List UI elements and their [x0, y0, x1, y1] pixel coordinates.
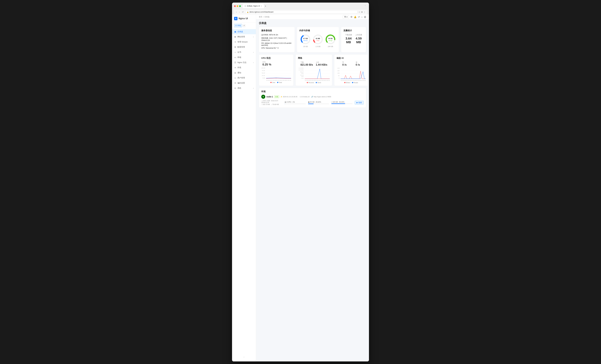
- download-value: 3.64 MB: [343, 37, 354, 44]
- cpu-user-dot: [270, 82, 271, 83]
- traffic-light-green[interactable]: [239, 5, 241, 7]
- env-icon: ≡: [234, 66, 236, 69]
- net-y-axis: 1.34 MB/s1.00 MB/s684.57 KB/s342.28 KB/s…: [298, 68, 304, 79]
- traffic-card: 流量统计 下载流量 3.64 MB 上传流量 4.59 MB: [341, 27, 366, 52]
- network-card: 网络 下载 821.00 B/s 上传 1.44 KB/s: [296, 54, 332, 86]
- memory-gauge-svg: 6.7 GB Memory: [300, 34, 311, 45]
- stream-icon: ≡: [234, 41, 236, 43]
- download-item: 下载流量 3.64 MB: [343, 34, 354, 44]
- node-logo: N: [261, 95, 265, 99]
- swap-gauge-svg: 81 MB Swap: [312, 34, 324, 45]
- tab-title: 仪表盘 | Nginx UI: [247, 5, 260, 7]
- page-header: 首页 / 仪表盘 简 ▾ ⚙ 🔔 ↺ ⌂ ⏻: [256, 15, 369, 20]
- gauge-row: 6.7 GB Memory 25 GB 81 MB: [299, 34, 337, 47]
- breadcrumb: 首页 / 仪表盘: [259, 15, 270, 19]
- sidebar-item-terminal[interactable]: ▭ 终端: [232, 55, 256, 60]
- disk-title: 磁盘 IO: [337, 57, 366, 60]
- address-bar[interactable]: 🔒 demo.nginxui.com/#/dashboard: [245, 10, 357, 14]
- arrow-icon: ∨: [253, 62, 254, 63]
- network-chart-container: 1.34 MB/s1.00 MB/s684.57 KB/s342.28 KB/s…: [298, 68, 330, 81]
- cpu-row: CPU: Neoverse-N1 * 4: [261, 47, 292, 49]
- sidebar-item-website[interactable]: ⊞ 网站管理 ∨: [232, 34, 256, 39]
- sidebar-item-users[interactable]: ☺ 用户管理: [232, 75, 256, 81]
- cpu-chart-svg: [266, 67, 291, 79]
- users-icon: ☺: [234, 77, 236, 79]
- cpu-title: CPU 状态: [261, 57, 291, 60]
- node-storage-label: ▪104 GB · 65.63%: [331, 101, 352, 103]
- svg-text:Memory: Memory: [303, 40, 308, 41]
- traffic-light-yellow[interactable]: [237, 5, 238, 7]
- node-status-badge: 在线: [274, 95, 279, 98]
- cpu-progress-bar: [285, 103, 306, 104]
- traffic-light-red[interactable]: [234, 5, 236, 7]
- disk-y-axis: 218164109550: [337, 68, 340, 79]
- browser-tab[interactable]: ⬡ 仪表盘 | Nginx UI ✕: [243, 4, 264, 8]
- lang-btn[interactable]: 简 ▾: [343, 15, 349, 19]
- system-icon: ⊙: [234, 87, 236, 89]
- send-dot: [316, 82, 317, 83]
- link-icon: ▶: [357, 101, 358, 103]
- sidebar-item-system[interactable]: ⊙ 系统 ∨: [232, 86, 256, 91]
- bell-icon[interactable]: 🔔: [354, 16, 357, 18]
- disk-read: 读 0 /s: [356, 61, 360, 66]
- sidebar-collapse-btn[interactable]: ‹: [244, 356, 244, 358]
- env-node-row: N node-1 在线 ⚡2024-01-15 23:30:35 ↑2.0.0-…: [261, 95, 364, 105]
- network-title: 网络: [298, 57, 330, 60]
- sidebar-item-nginx-log[interactable]: ☷ Nginx 日志 ∨: [232, 60, 256, 65]
- env-section-title: 环境: [261, 90, 364, 93]
- node-cpu-stat: ▤4 CPU · 1%: [285, 101, 306, 104]
- forward-btn[interactable]: ›: [239, 10, 240, 13]
- node-meta-row: ⚡2024-01-15 23:30:35 ↑2.0.0-beta.10 🔗htt…: [280, 96, 331, 98]
- reload-btn[interactable]: ↺: [241, 10, 244, 13]
- back-btn[interactable]: ‹: [235, 10, 237, 13]
- tab-close-btn[interactable]: ✕: [261, 5, 262, 7]
- new-tab-btn[interactable]: +: [265, 5, 266, 7]
- menu-btn[interactable]: ⋮: [364, 11, 366, 13]
- node-name: node-1: [266, 96, 273, 98]
- node-detail-row: ↑ 1min: 0.08 · 5min:0.07 · 15min:0.24 ↑ …: [261, 100, 364, 105]
- download-label: 下载流量: [343, 34, 354, 36]
- terminal-icon: ▭: [234, 56, 236, 59]
- sidebar-item-dashboard[interactable]: ▦ 仪表盘: [232, 29, 256, 34]
- main-content: 首页 / 仪表盘 简 ▾ ⚙ 🔔 ↺ ⌂ ⏻ 仪表盘: [256, 15, 369, 361]
- sidebar-item-config[interactable]: ☰ 配置管理: [232, 44, 256, 50]
- cpu-chart-container: 100.0075.0050.0025.000.00: [261, 67, 291, 81]
- breadcrumb-sep: /: [263, 16, 264, 18]
- env-btn[interactable]: ☰ 本地: [234, 24, 242, 27]
- breadcrumb-current: 仪表盘: [264, 16, 270, 18]
- node-cpu-label: ▤4 CPU · 1%: [285, 101, 306, 103]
- refresh-icon[interactable]: ↺: [358, 16, 360, 18]
- sidebar-item-stream[interactable]: ≡ 管理 Stream: [232, 39, 256, 44]
- writes-dot: [344, 82, 345, 83]
- node-memory-label: ▦25 GB · 26.62%: [308, 101, 329, 103]
- header-actions: 简 ▾ ⚙ 🔔 ↺ ⌂ ⏻: [343, 15, 366, 19]
- upload-label: 上传流量: [354, 34, 364, 36]
- logout-icon[interactable]: ⏻: [364, 16, 366, 18]
- node-link-btn[interactable]: ▶ 链接: [355, 101, 364, 105]
- breadcrumb-home[interactable]: 首页: [259, 16, 262, 18]
- os-row: OS: debian 12.4 (linux 5.10.0-15-arm64 a…: [261, 42, 292, 46]
- home-icon[interactable]: ⌂: [361, 16, 362, 18]
- storage-progress-bar: [331, 103, 352, 104]
- bookmark-btn[interactable]: ☆: [359, 11, 360, 13]
- net-x-axis: 23:29:0023:29:2023:29:4023:30:0023:30:20: [305, 80, 330, 81]
- node-url: 🔗http://nginx-demo-2:9000: [311, 96, 331, 98]
- settings-icon[interactable]: ⚙: [351, 16, 352, 18]
- net-upload: 上传 1.44 KB/s: [316, 61, 327, 66]
- sidebar-item-prefs[interactable]: ✦ 偏好设置: [232, 81, 256, 86]
- cpu-stats: CPU 0.25 %: [261, 61, 291, 67]
- cpu-stat-label: CPU: [262, 61, 290, 63]
- sidebar-item-env[interactable]: ≡ 环境: [232, 65, 256, 70]
- sidebar-item-cert[interactable]: ○ 证书 ∨: [232, 50, 256, 55]
- memory-progress-fill: [308, 103, 314, 104]
- disk-chart-container: 218164109550: [337, 68, 366, 81]
- content-area: 仪表盘 服务器信息 运行时间: 497d 4h 2m 系统负载: 1min: 0…: [256, 20, 369, 361]
- memory-title: 内存与存储: [299, 29, 337, 32]
- arrow-icon: ∨: [253, 87, 254, 89]
- sidebar-item-notify[interactable]: ◎ 通知: [232, 70, 256, 75]
- extensions-btn[interactable]: ⚙: [361, 11, 363, 13]
- arrow-icon: ∨: [253, 51, 254, 53]
- website-icon: ⊞: [234, 36, 236, 38]
- env-refresh-btn[interactable]: ↺: [243, 24, 245, 27]
- upload-value: 4.59 MB: [354, 37, 364, 44]
